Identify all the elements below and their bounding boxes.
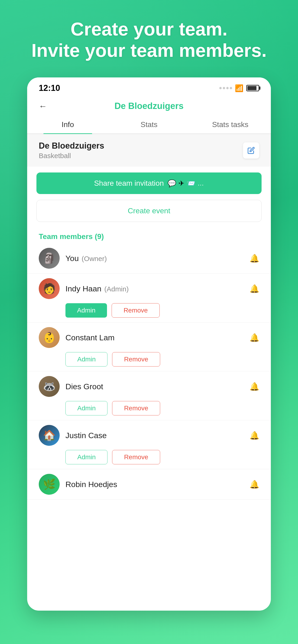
bell-icon-robin-hoedjes: 🔔 [249, 480, 259, 489]
avatar-indy-haan: 🧑 [39, 278, 60, 299]
member-item-justin-case: 🏠 Justin Case 🔔 Admin Remove [27, 420, 271, 469]
member-role-indy-haan: (Admin) [104, 285, 129, 293]
bell-icon-indy-haan: 🔔 [249, 284, 259, 293]
remove-button-dies-groot[interactable]: Remove [112, 401, 160, 416]
bell-icon-constant-lam: 🔔 [249, 333, 259, 342]
status-time: 12:10 [39, 83, 60, 93]
avatar-justin-case: 🏠 [39, 425, 60, 446]
hero-line1: Create your team. [71, 19, 227, 40]
member-name-robin-hoedjes: Robin Hoedjes [66, 480, 117, 489]
member-item-dies-groot: 🦝 Dies Groot 🔔 Admin Remove [27, 372, 271, 420]
member-actions-constant-lam: Admin Remove [66, 352, 259, 366]
telegram-icon: 📨 [187, 179, 195, 187]
admin-button-justin-case[interactable]: Admin [66, 450, 107, 464]
hero-line2: Invite your team members. [31, 40, 267, 61]
team-sport: Basketball [39, 152, 104, 160]
team-info-section: De Bloedzuigers Basketball [27, 134, 271, 167]
member-name-constant-lam: Constant Lam [66, 333, 115, 342]
create-event-button[interactable]: Create event [37, 200, 261, 222]
member-actions-indy-haan: Admin Remove [66, 303, 259, 318]
bell-icon-you: 🔔 [249, 254, 259, 263]
hero-section: Create your team. Invite your team membe… [0, 0, 298, 73]
remove-button-justin-case[interactable]: Remove [112, 450, 160, 464]
app-title: De Bloedzuigers [114, 101, 184, 111]
avatar-robin-hoedjes: 🌿 [39, 474, 60, 495]
member-name-indy-haan: Indy Haan [66, 284, 101, 293]
signal-icon [219, 87, 232, 89]
wifi-icon: 📶 [235, 84, 243, 92]
whatsapp-icon: 💬 [168, 179, 176, 187]
avatar-constant-lam: 👶 [39, 327, 60, 348]
bell-icon-dies-groot: 🔔 [249, 382, 259, 391]
tab-info[interactable]: Info [27, 116, 108, 134]
team-info-text: De Bloedzuigers Basketball [39, 141, 104, 160]
edit-button[interactable] [243, 142, 259, 158]
member-actions-dies-groot: Admin Remove [66, 401, 259, 416]
tab-stats-tasks[interactable]: Stats tasks [190, 116, 271, 134]
messenger-icon: ✈ [178, 179, 184, 187]
share-invitation-button[interactable]: Share team invitation 💬 ✈ 📨 … [37, 172, 261, 194]
avatar-you: 🗿 [39, 248, 60, 269]
member-item-indy-haan: 🧑 Indy Haan (Admin) 🔔 Admin Remove [27, 274, 271, 322]
member-name-dies-groot: Dies Groot [66, 382, 103, 391]
battery-icon [246, 85, 259, 91]
bell-icon-justin-case: 🔔 [249, 431, 259, 440]
avatar-dies-groot: 🦝 [39, 376, 60, 397]
share-icons: 💬 ✈ 📨 … [168, 179, 204, 187]
team-name: De Bloedzuigers [39, 141, 104, 151]
member-actions-justin-case: Admin Remove [66, 450, 259, 464]
member-item-robin-hoedjes: 🌿 Robin Hoedjes 🔔 [27, 469, 271, 500]
team-members-header: Team members (9) [27, 228, 271, 243]
phone-mockup: 12:10 📶 ← De Bloedzuigers Info Stats [27, 78, 271, 610]
remove-button-indy-haan[interactable]: Remove [112, 303, 159, 318]
member-name-you: You [66, 254, 79, 263]
more-icon: … [197, 180, 204, 187]
share-button-label: Share team invitation [94, 179, 164, 188]
status-icons: 📶 [219, 84, 259, 92]
back-button[interactable]: ← [39, 101, 47, 111]
status-bar: 12:10 📶 [27, 78, 271, 96]
admin-button-constant-lam[interactable]: Admin [66, 352, 107, 366]
member-role-you: (Owner) [82, 255, 107, 262]
member-item-you: 🗿 You (Owner) 🔔 [27, 243, 271, 274]
admin-button-dies-groot[interactable]: Admin [66, 401, 107, 416]
tabs-container: Info Stats Stats tasks [27, 116, 271, 134]
team-members-title: Team members (9) [39, 232, 104, 241]
create-event-label: Create event [128, 206, 170, 215]
tab-stats[interactable]: Stats [108, 116, 190, 134]
member-item-constant-lam: 👶 Constant Lam 🔔 Admin Remove [27, 322, 271, 372]
admin-button-indy-haan[interactable]: Admin [66, 303, 107, 318]
phone-container: 12:10 📶 ← De Bloedzuigers Info Stats [0, 73, 298, 629]
member-name-justin-case: Justin Case [66, 431, 107, 440]
app-header: ← De Bloedzuigers [27, 96, 271, 116]
remove-button-constant-lam[interactable]: Remove [112, 352, 160, 366]
